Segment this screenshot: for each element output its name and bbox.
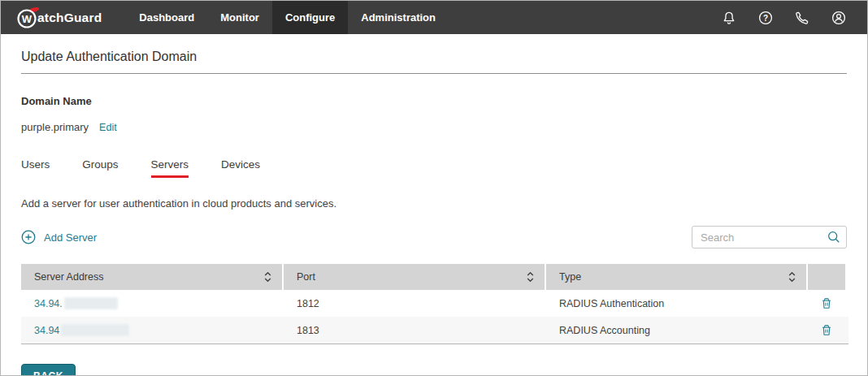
cell-actions <box>808 322 845 339</box>
nav-item-dashboard[interactable]: Dashboard <box>126 1 207 34</box>
app-window: W atchGuard Dashboard Monitor Configure … <box>0 0 868 376</box>
phone-icon[interactable] <box>795 11 809 25</box>
column-header-port[interactable]: Port <box>284 264 546 290</box>
delete-server-button[interactable] <box>818 322 835 339</box>
column-header-actions <box>808 264 845 290</box>
tab-groups[interactable]: Groups <box>82 158 118 178</box>
sort-icon[interactable] <box>788 270 796 283</box>
navbar-icon-group: ? <box>722 1 867 34</box>
server-address-text: 34.94 <box>34 325 59 336</box>
cell-server-address[interactable]: 34.94 <box>21 324 284 336</box>
watchguard-logo[interactable]: W atchGuard <box>1 1 113 34</box>
table-toolbar: Add Server <box>21 226 847 249</box>
column-header-type[interactable]: Type <box>546 264 808 290</box>
cell-type: RADIUS Authentication <box>546 298 808 309</box>
search-input[interactable] <box>692 226 847 249</box>
column-label: Server Address <box>34 271 103 283</box>
cell-actions <box>808 295 845 312</box>
top-navbar: W atchGuard Dashboard Monitor Configure … <box>1 1 867 34</box>
server-address-text: 34.94. <box>34 298 63 309</box>
delete-server-button[interactable] <box>818 295 835 312</box>
add-server-label: Add Server <box>44 231 97 244</box>
tab-devices[interactable]: Devices <box>221 158 260 178</box>
trash-icon <box>820 296 833 310</box>
column-label: Port <box>297 271 315 283</box>
page-content: Update Authentication Domain Domain Name… <box>1 50 867 344</box>
plus-circle-icon <box>21 230 36 244</box>
redacted-text <box>61 324 129 336</box>
cell-port: 1813 <box>284 325 546 336</box>
servers-table-header: Server Address Port Type <box>21 264 848 290</box>
search-icon[interactable] <box>827 231 840 244</box>
domain-name-value: purple.primary <box>21 121 89 133</box>
main-navigation: Dashboard Monitor Configure Administrati… <box>126 1 449 34</box>
table-row: 34.94. 1812 RADIUS Authentication <box>21 290 848 317</box>
sort-icon[interactable] <box>526 270 535 283</box>
nav-item-configure[interactable]: Configure <box>272 1 348 34</box>
cell-type: RADIUS Accounting <box>546 325 808 336</box>
sort-icon[interactable] <box>263 270 272 283</box>
tab-users[interactable]: Users <box>21 158 50 178</box>
account-icon[interactable] <box>831 11 846 25</box>
column-label: Type <box>559 271 581 283</box>
cell-server-address[interactable]: 34.94. <box>21 297 284 309</box>
nav-item-monitor[interactable]: Monitor <box>207 1 272 34</box>
add-server-button[interactable]: Add Server <box>21 230 97 244</box>
search-box <box>692 226 847 249</box>
svg-text:W: W <box>22 13 33 25</box>
back-button[interactable]: BACK <box>21 364 76 376</box>
servers-table: Server Address Port Type <box>21 264 848 344</box>
svg-text:?: ? <box>763 13 768 22</box>
edit-domain-link[interactable]: Edit <box>99 122 117 133</box>
nav-item-administration[interactable]: Administration <box>348 1 449 34</box>
servers-tab-description: Add a server for user authentication in … <box>21 197 847 210</box>
redacted-text <box>64 297 118 309</box>
column-header-server-address[interactable]: Server Address <box>21 264 284 290</box>
domain-tabs: Users Groups Servers Devices <box>21 158 847 178</box>
domain-name-label: Domain Name <box>21 95 847 107</box>
notifications-icon[interactable] <box>722 11 736 25</box>
table-row: 34.94 1813 RADIUS Accounting <box>21 317 848 344</box>
cell-port: 1812 <box>284 298 546 309</box>
help-icon[interactable]: ? <box>758 11 773 25</box>
brand-name: atchGuard <box>37 11 102 25</box>
tab-servers[interactable]: Servers <box>151 158 189 178</box>
domain-name-row: purple.primary Edit <box>21 121 847 133</box>
trash-icon <box>820 323 833 337</box>
page-title: Update Authentication Domain <box>21 50 847 74</box>
